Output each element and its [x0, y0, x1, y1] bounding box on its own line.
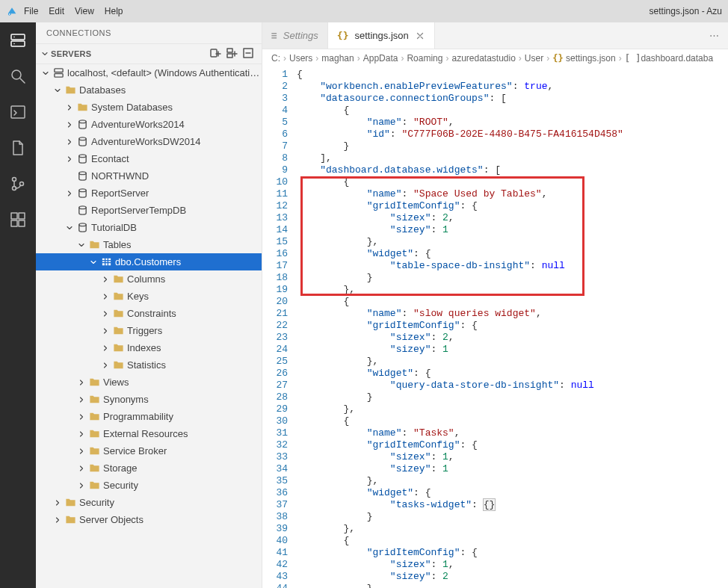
code-line[interactable]: "name": "Tasks",	[297, 427, 728, 439]
menu-view[interactable]: View	[75, 6, 94, 16]
code-line[interactable]: "gridItemConfig": {	[297, 200, 728, 212]
code-line[interactable]: "query-data-store-db-insight": null	[297, 380, 728, 392]
menu-help[interactable]: Help	[105, 6, 123, 16]
code-line[interactable]: "widget": {	[297, 487, 728, 499]
tree-item[interactable]: Keys	[36, 288, 262, 305]
code-line[interactable]: },	[297, 403, 728, 415]
code-line[interactable]: "gridItemConfig": {	[297, 547, 728, 559]
tree-item[interactable]: Constraints	[36, 305, 262, 322]
terminal-icon[interactable]	[7, 102, 28, 123]
chevron-right-icon[interactable]	[100, 291, 111, 302]
chevron-right-icon[interactable]	[64, 188, 75, 199]
code-line[interactable]: {	[297, 176, 728, 188]
chevron-right-icon[interactable]	[64, 120, 75, 130]
code-line[interactable]: }	[297, 272, 728, 284]
tree-item[interactable]: TutorialDB	[36, 219, 262, 236]
code-line[interactable]: },	[297, 284, 728, 296]
code-line[interactable]: "gridItemConfig": {	[297, 439, 728, 451]
chevron-right-icon[interactable]	[52, 515, 63, 525]
chevron-right-icon[interactable]	[64, 154, 75, 164]
menu-file[interactable]: File	[24, 6, 38, 16]
search-icon[interactable]	[7, 66, 28, 87]
code-content[interactable]: { "workbench.enablePreviewFeatures": tru…	[297, 67, 728, 588]
code-line[interactable]: "datasource.connectionGroups": [	[297, 93, 728, 105]
file-icon[interactable]	[7, 137, 28, 158]
chevron-right-icon[interactable]	[76, 480, 87, 491]
more-actions-icon[interactable]: ⋯	[700, 22, 728, 49]
code-line[interactable]: "sizex": 1,	[297, 559, 728, 571]
chevron-right-icon[interactable]	[64, 137, 75, 147]
chevron-right-icon[interactable]	[100, 274, 111, 285]
tree-item[interactable]: Columns	[36, 270, 262, 288]
tree-item[interactable]: ReportServerTempDB	[36, 202, 262, 219]
tree-item[interactable]: NORTHWND	[36, 167, 262, 185]
code-line[interactable]: },	[297, 356, 728, 368]
tree-item[interactable]: Storage	[36, 459, 262, 477]
chevron-down-icon[interactable]	[52, 85, 63, 96]
code-line[interactable]: "name": "Space Used by Tables",	[297, 188, 728, 200]
breadcrumb-item[interactable]: User	[525, 53, 543, 64]
breadcrumb-item[interactable]: {} settings.json	[552, 53, 616, 64]
code-line[interactable]: "sizey": 1	[297, 224, 728, 236]
chevron-right-icon[interactable]	[100, 343, 111, 353]
code-line[interactable]: }	[297, 392, 728, 403]
chevron-right-icon[interactable]	[76, 412, 87, 422]
tree-item[interactable]: AdventureWorks2014	[36, 116, 262, 133]
code-line[interactable]: "sizex": 2,	[297, 332, 728, 344]
breadcrumb-item[interactable]: AppData	[363, 53, 398, 64]
chevron-down-icon[interactable]	[64, 223, 75, 233]
servers-icon[interactable]	[7, 30, 28, 51]
tree-item[interactable]: Security	[36, 494, 262, 511]
chevron-right-icon[interactable]	[76, 463, 87, 474]
breadcrumb-item[interactable]: azuredatastudio	[451, 53, 515, 64]
code-line[interactable]: "workbench.enablePreviewFeatures": true,	[297, 81, 728, 93]
chevron-right-icon[interactable]	[76, 446, 87, 457]
tree-item[interactable]: Econtact	[36, 150, 262, 167]
tab-settings-json[interactable]: {} settings.json	[328, 22, 435, 49]
chevron-down-icon[interactable]	[40, 68, 51, 78]
tree-item[interactable]: System Databases	[36, 99, 262, 116]
chevron-right-icon[interactable]	[76, 394, 87, 405]
code-line[interactable]: {	[297, 415, 728, 427]
tree-item[interactable]: Synonyms	[36, 391, 262, 408]
close-icon[interactable]	[415, 31, 425, 41]
tree-item[interactable]: Programmability	[36, 408, 262, 425]
tree-item[interactable]: Service Broker	[36, 442, 262, 459]
connections-tree[interactable]: localhost, <default> (Windows Authentica…	[36, 64, 262, 588]
tree-item[interactable]: Server Objects	[36, 511, 262, 528]
code-line[interactable]: "name": "ROOT",	[297, 117, 728, 129]
code-line[interactable]: "name": "slow queries widget",	[297, 308, 728, 320]
code-line[interactable]: },	[297, 236, 728, 248]
breadcrumb-item[interactable]: Users	[289, 53, 312, 64]
breadcrumb-item[interactable]: [ ]dashboard.databa	[625, 53, 713, 64]
new-group-icon[interactable]	[226, 47, 238, 61]
menu-edit[interactable]: Edit	[49, 6, 64, 16]
breadcrumb-item[interactable]: maghan	[321, 53, 354, 64]
code-line[interactable]: {	[297, 535, 728, 547]
code-line[interactable]: "sizey": 1	[297, 344, 728, 356]
chevron-right-icon[interactable]	[52, 498, 63, 508]
code-line[interactable]: },	[297, 583, 728, 588]
code-line[interactable]: },	[297, 475, 728, 487]
code-line[interactable]: "gridItemConfig": {	[297, 320, 728, 332]
code-line[interactable]: ],	[297, 152, 728, 164]
code-line[interactable]: {	[297, 105, 728, 117]
code-line[interactable]: "tasks-widget": {}	[297, 499, 728, 511]
collapse-icon[interactable]	[242, 47, 254, 61]
chevron-right-icon[interactable]	[100, 326, 111, 336]
code-editor[interactable]: 1234567891011121314151617181920212223242…	[262, 67, 728, 588]
breadcrumb-item[interactable]: C:	[271, 53, 280, 64]
tree-item[interactable]: localhost, <default> (Windows Authentica…	[36, 64, 262, 81]
tree-item[interactable]: Statistics	[36, 356, 262, 374]
code-line[interactable]: }	[297, 140, 728, 152]
code-line[interactable]: {	[297, 296, 728, 308]
chevron-right-icon[interactable]	[76, 429, 87, 439]
chevron-right-icon[interactable]	[100, 360, 111, 371]
chevron-right-icon[interactable]	[76, 377, 87, 388]
code-line[interactable]: "table-space-db-insight": null	[297, 260, 728, 272]
chevron-down-icon[interactable]	[88, 257, 99, 267]
source-control-icon[interactable]	[7, 173, 28, 194]
tree-item[interactable]: AdventureWorksDW2014	[36, 133, 262, 150]
chevron-right-icon[interactable]	[64, 102, 75, 113]
code-line[interactable]: "id": "C777F06B-202E-4480-B475-FA416154D…	[297, 129, 728, 140]
